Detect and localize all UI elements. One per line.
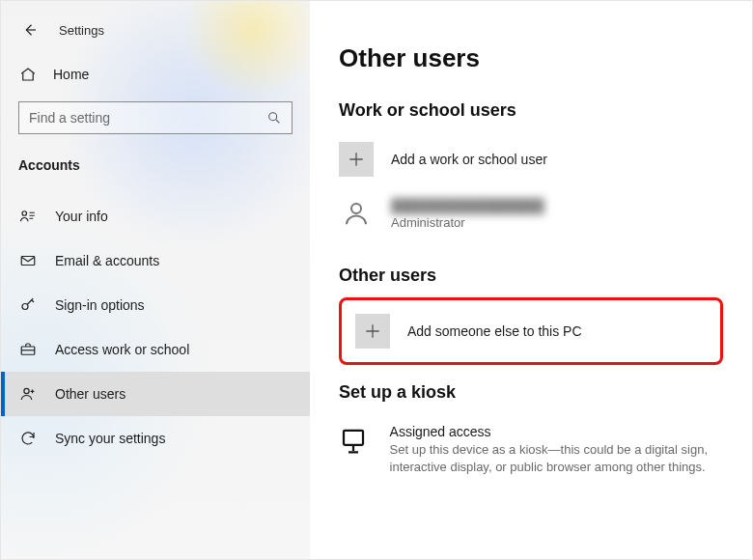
briefcase-icon (18, 340, 38, 359)
svg-point-5 (24, 388, 29, 393)
search-icon (265, 108, 284, 127)
search-wrap (1, 96, 310, 148)
existing-user-name: ████████████████ (391, 198, 544, 213)
your-info-icon (18, 207, 38, 226)
sidebar-item-label: Your info (55, 209, 108, 224)
add-someone-else[interactable]: Add someone else to this PC (355, 314, 707, 349)
add-work-school-user[interactable]: Add a work or school user (339, 132, 723, 186)
sidebar-nav: Your info Email & accounts Sign-in optio… (1, 184, 310, 461)
person-icon (339, 196, 374, 231)
sidebar: Settings Home Accounts Your info (1, 1, 310, 559)
heading-other-users: Other users (339, 266, 723, 286)
sidebar-item-other-users[interactable]: Other users (1, 372, 310, 416)
sidebar-item-label: Sync your settings (55, 431, 165, 446)
arrow-left-icon (20, 20, 40, 40)
settings-app: Settings Home Accounts Your info (1, 1, 752, 559)
add-work-school-label: Add a work or school user (391, 152, 547, 167)
plus-icon (355, 314, 390, 349)
sidebar-item-label: Sign-in options (55, 297, 145, 313)
home-icon (18, 65, 38, 84)
heading-kiosk: Set up a kiosk (339, 382, 723, 403)
add-someone-else-label: Add someone else to this PC (407, 323, 582, 339)
existing-user-text: ████████████████ Administrator (391, 198, 544, 230)
assigned-access-row[interactable]: Assigned access Set up this device as a … (339, 414, 723, 486)
svg-rect-7 (344, 431, 363, 445)
home-button[interactable]: Home (1, 53, 310, 96)
svg-point-6 (351, 204, 361, 213)
page-title: Other users (339, 43, 723, 73)
assigned-access-desc: Set up this device as a kiosk—this could… (390, 441, 723, 476)
sidebar-item-label: Other users (55, 386, 126, 402)
window-title: Settings (59, 23, 104, 38)
existing-work-user[interactable]: ████████████████ Administrator (339, 186, 723, 240)
person-plus-icon (18, 384, 38, 404)
sync-icon (18, 429, 38, 448)
main-content: Other users Work or school users Add a w… (310, 1, 752, 559)
assigned-access-title: Assigned access (390, 424, 723, 439)
plus-icon (339, 142, 374, 177)
existing-user-role: Administrator (391, 215, 544, 230)
section-label-accounts: Accounts (1, 148, 310, 184)
assigned-access-text: Assigned access Set up this device as a … (390, 424, 723, 476)
sidebar-item-label: Access work or school (55, 342, 189, 357)
back-button[interactable] (16, 16, 43, 43)
sidebar-item-label: Email & accounts (55, 253, 159, 268)
search-field[interactable] (29, 110, 265, 126)
heading-work-school: Work or school users (339, 100, 723, 121)
search-input[interactable] (18, 101, 293, 134)
home-label: Home (53, 67, 89, 82)
svg-point-0 (269, 113, 277, 121)
sidebar-item-signin-options[interactable]: Sign-in options (1, 283, 310, 327)
title-bar: Settings (1, 11, 310, 53)
svg-point-3 (22, 304, 28, 310)
highlight-add-other-user: Add someone else to this PC (339, 297, 723, 365)
sidebar-item-email-accounts[interactable]: Email & accounts (1, 238, 310, 283)
sidebar-item-your-info[interactable]: Your info (1, 194, 310, 238)
key-icon (18, 295, 38, 315)
kiosk-icon (339, 424, 373, 459)
sidebar-item-access-work-school[interactable]: Access work or school (1, 327, 310, 372)
svg-rect-2 (21, 257, 35, 266)
svg-point-1 (22, 211, 27, 216)
sidebar-item-sync-settings[interactable]: Sync your settings (1, 416, 310, 461)
mail-icon (18, 251, 38, 270)
